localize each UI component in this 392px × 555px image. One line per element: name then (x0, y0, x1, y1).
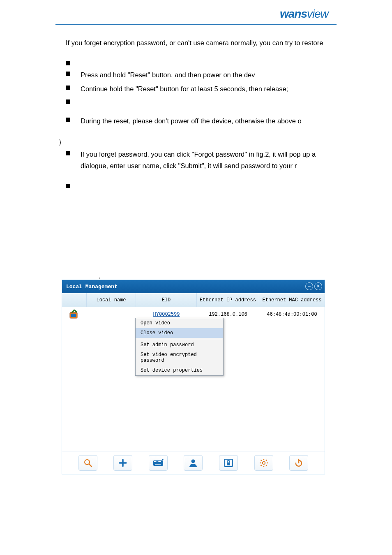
svg-rect-11 (159, 461, 160, 462)
power-icon (294, 458, 303, 467)
table-body: HY0002599 192.168.0.106 46:48:4d:00:01:0… (62, 307, 325, 451)
svg-rect-9 (157, 461, 157, 462)
user-button[interactable] (184, 455, 203, 471)
menu-set-admin-password[interactable]: Set admin password (136, 340, 223, 350)
close-button[interactable]: × (314, 282, 322, 290)
plus-icon (118, 458, 127, 467)
intro-paragraph: If you forget encryption password, or ca… (66, 37, 337, 49)
svg-point-17 (262, 461, 265, 464)
eid-link[interactable]: HY0002599 (153, 312, 180, 317)
add-button[interactable] (113, 455, 132, 471)
svg-rect-8 (155, 461, 156, 462)
header-rule (55, 24, 337, 25)
local-management-window: Local Management − × Local name EID Ethe… (62, 280, 325, 474)
col-eid[interactable]: EID (136, 293, 197, 307)
bullet-reset-warning: During the reset, please don't power off… (66, 115, 337, 127)
bullet-reset-press: Press and hold "Reset" button, and then … (66, 69, 337, 81)
context-menu[interactable]: Open video Close video Set admin passwor… (135, 318, 224, 376)
window-title: Local Management (66, 284, 118, 290)
svg-rect-1 (71, 314, 76, 317)
cell-local-name (87, 307, 136, 322)
svg-rect-7 (154, 461, 155, 462)
svg-line-22 (261, 460, 261, 460)
bottom-toolbar (62, 451, 325, 474)
keyboard-icon (153, 459, 164, 467)
bullet-empty-3 (66, 181, 337, 190)
device-icon-cell (62, 307, 87, 322)
window-titlebar[interactable]: Local Management − × (62, 280, 325, 293)
svg-rect-6 (153, 460, 163, 466)
svg-rect-12 (160, 461, 161, 462)
document-body: If you forget encryption password, or ca… (66, 37, 337, 192)
bullet-list-3: If you forget password, you can click "F… (66, 148, 337, 171)
bullet-empty-2 (66, 97, 337, 105)
lock-icon (224, 458, 233, 467)
table-header-row: Local name EID Ethernet IP address Ether… (62, 293, 325, 307)
brand-logo: wansview (254, 7, 328, 24)
col-icon (62, 293, 87, 307)
lock-button[interactable] (219, 455, 238, 471)
camera-icon (68, 309, 81, 320)
bullet-list-4 (66, 181, 337, 190)
search-icon (83, 458, 92, 467)
power-button[interactable] (289, 455, 308, 471)
bullet-reset-hold: Continue hold the "Reset" button for at … (66, 83, 337, 95)
bullet-list-1: Press and hold "Reset" button, and then … (66, 58, 337, 105)
svg-rect-10 (158, 461, 159, 462)
col-ip[interactable]: Ethernet IP address (197, 293, 259, 307)
cell-mac: 46:48:4d:00:01:00 (259, 307, 325, 322)
svg-line-3 (89, 464, 92, 467)
keyboard-button[interactable] (149, 455, 168, 471)
bullet-forgot-password: If you forget password, you can click "F… (66, 148, 337, 171)
user-icon (189, 458, 198, 467)
svg-line-25 (266, 460, 267, 460)
menu-close-video[interactable]: Close video (136, 328, 223, 338)
menu-separator (136, 339, 222, 339)
menu-set-encrypted-password[interactable]: Set video encrypted password (136, 350, 223, 365)
bullet-empty-1 (66, 58, 337, 67)
search-button[interactable] (78, 455, 97, 471)
bullet-list-2: During the reset, please don't power off… (66, 115, 337, 127)
svg-rect-13 (155, 464, 161, 465)
col-local-name[interactable]: Local name (87, 293, 136, 307)
menu-open-video[interactable]: Open video (136, 318, 223, 328)
minimize-button[interactable]: − (305, 282, 313, 290)
col-mac[interactable]: Ethernet MAC address (259, 293, 325, 307)
menu-set-device-properties[interactable]: Set device properties (136, 365, 223, 375)
closing-paren: ） (58, 136, 337, 148)
svg-line-24 (261, 465, 261, 466)
svg-rect-16 (227, 462, 230, 465)
svg-point-14 (191, 459, 195, 463)
settings-button[interactable] (254, 455, 273, 471)
svg-line-23 (266, 465, 267, 466)
gear-icon (259, 458, 268, 467)
